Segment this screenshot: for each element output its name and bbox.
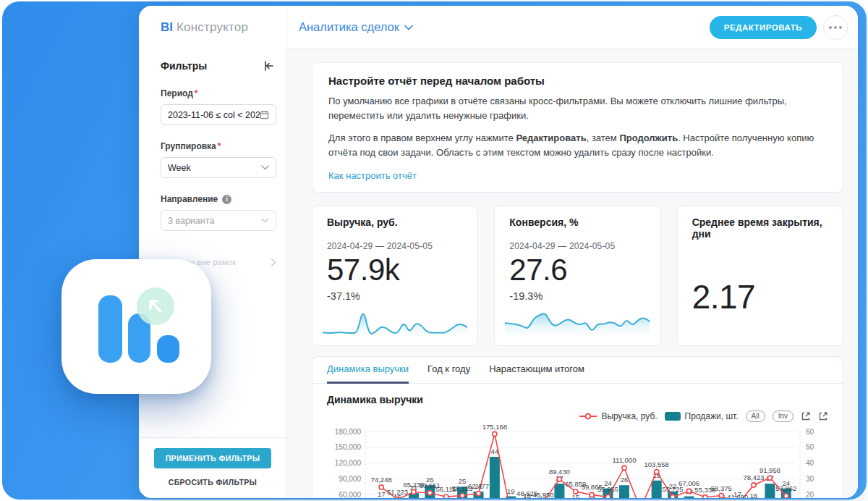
revenue-point[interactable] xyxy=(427,490,432,494)
revenue-point[interactable] xyxy=(460,493,464,497)
kpi-value: 27.6 xyxy=(509,253,645,287)
sales-bar[interactable] xyxy=(490,456,500,498)
sidebar-footer: ПРИМЕНИТЬ ФИЛЬТРЫ СБРОСИТЬ ФИЛЬТРЫ xyxy=(139,437,286,498)
revenue-point[interactable] xyxy=(605,494,610,498)
svg-text:103,558: 103,558 xyxy=(644,460,669,468)
how-to-configure-link[interactable]: Как настроить отчёт xyxy=(328,170,417,181)
kpi-title: Конверсия, % xyxy=(509,216,645,228)
dashboard-content: Настройте отчёт перед началом работы По … xyxy=(287,49,858,498)
svg-text:90,000: 90,000 xyxy=(339,475,361,483)
svg-text:180,000: 180,000 xyxy=(335,427,362,435)
kpi-title: Среднее время закрытия, дни xyxy=(692,216,828,240)
revenue-point[interactable] xyxy=(655,469,659,473)
revenue-point[interactable] xyxy=(557,476,561,481)
chart-svg: 30,00060,00090,000120,000150,000180,0000… xyxy=(327,424,830,498)
svg-text:45,950: 45,950 xyxy=(533,490,554,498)
collapse-sidebar-icon[interactable] xyxy=(263,59,276,72)
notice-paragraph-2: Для этого в правом верхнем углу нажмите … xyxy=(328,131,827,160)
revenue-point[interactable] xyxy=(412,489,416,494)
reset-filters-button[interactable]: СБРОСИТЬ ФИЛЬТРЫ xyxy=(139,478,286,487)
revenue-point[interactable] xyxy=(767,476,772,480)
setup-notice-card: Настройте отчёт перед началом работы По … xyxy=(312,62,843,193)
svg-text:60,000: 60,000 xyxy=(339,490,361,498)
logo-bi: BI xyxy=(161,20,173,35)
tab-cumulative-total[interactable]: Нарастающим итогом xyxy=(489,357,584,384)
svg-text:20: 20 xyxy=(806,490,814,498)
svg-text:26: 26 xyxy=(621,476,629,484)
legend-all-button[interactable]: All xyxy=(746,411,765,422)
svg-text:33,445: 33,445 xyxy=(630,497,651,498)
chevron-down-icon xyxy=(404,25,413,30)
revenue-point[interactable] xyxy=(719,493,723,497)
legend-revenue[interactable]: Выручка, руб. xyxy=(579,411,657,421)
tab-revenue-dynamics[interactable]: Динамика выручки xyxy=(327,357,409,384)
kpi-title: Выручка, руб. xyxy=(327,216,463,228)
svg-text:60: 60 xyxy=(806,427,814,435)
kpi-card-conversion: Конверсия, % 2024-04-29 — 2024-05-05 27.… xyxy=(494,206,660,346)
report-title-dropdown[interactable]: Аналитика сделок xyxy=(299,20,413,34)
revenue-point[interactable] xyxy=(379,484,383,489)
revenue-point[interactable] xyxy=(444,494,448,498)
report-title: Аналитика сделок xyxy=(299,20,399,34)
svg-text:41,690: 41,690 xyxy=(727,492,748,498)
svg-text:40: 40 xyxy=(806,459,814,467)
required-marker: * xyxy=(195,88,198,98)
svg-text:91,958: 91,958 xyxy=(760,466,780,474)
revenue-point[interactable] xyxy=(574,489,578,494)
tab-year-over-year[interactable]: Год к году xyxy=(427,357,470,384)
legend-inv-button[interactable]: Inv xyxy=(773,411,793,422)
revenue-point[interactable] xyxy=(476,491,480,495)
bar-chart-icon xyxy=(61,259,211,394)
svg-text:62,477: 62,477 xyxy=(468,481,489,489)
svg-text:55,955: 55,955 xyxy=(597,485,618,493)
field-period: Период* xyxy=(139,88,286,125)
notice-title: Настройте отчёт перед началом работы xyxy=(328,75,827,87)
grouping-select[interactable]: Week xyxy=(161,157,276,178)
svg-text:150,000: 150,000 xyxy=(335,443,362,451)
more-options-button[interactable] xyxy=(823,15,848,40)
svg-text:57,862: 57,862 xyxy=(775,484,796,492)
sparkline-svg xyxy=(505,300,650,340)
direction-select[interactable]: 3 варианта xyxy=(161,210,276,231)
kpi-value: 57.9k xyxy=(327,253,463,287)
zoom-reset-icon[interactable] xyxy=(818,411,828,421)
sales-bar[interactable] xyxy=(619,485,629,498)
legend-sales[interactable]: Продажи, шт. xyxy=(665,411,739,421)
sales-bar[interactable] xyxy=(765,484,775,498)
edit-button[interactable]: РЕДАКТИРОВАТЬ xyxy=(710,16,817,39)
app-window: BI Конструктор Фильтры Период* Группиров… xyxy=(139,6,858,498)
revenue-point[interactable] xyxy=(590,492,594,497)
info-icon[interactable]: i xyxy=(222,195,231,204)
zoom-select-icon[interactable] xyxy=(801,411,811,421)
sales-bar[interactable] xyxy=(554,484,564,498)
period-input[interactable] xyxy=(168,110,260,120)
sales-bar[interactable] xyxy=(684,496,694,498)
direction-label: Направление xyxy=(161,194,218,204)
svg-text:17: 17 xyxy=(378,489,386,497)
revenue-point[interactable] xyxy=(622,466,626,470)
apply-filters-button[interactable]: ПРИМЕНИТЬ ФИЛЬТРЫ xyxy=(154,448,272,468)
chevron-right-icon xyxy=(271,258,276,267)
line-marker-icon xyxy=(579,413,597,420)
chart-title: Динамика выручки xyxy=(327,394,828,410)
calendar-icon[interactable] xyxy=(260,110,269,119)
revenue-point[interactable] xyxy=(784,493,788,497)
period-label: Период xyxy=(161,88,193,98)
sales-bar[interactable] xyxy=(652,480,662,498)
period-input-wrap xyxy=(161,104,276,125)
revenue-point[interactable] xyxy=(752,482,756,487)
revenue-point[interactable] xyxy=(703,494,707,498)
notice-paragraph-1: По умолчанию все графики в отчёте связан… xyxy=(328,94,827,123)
svg-text:16: 16 xyxy=(750,492,758,498)
app-logo: BI Конструктор xyxy=(139,6,286,49)
svg-text:78,423: 78,423 xyxy=(744,473,765,481)
chevron-down-icon xyxy=(261,218,269,223)
revenue-point[interactable] xyxy=(395,497,399,498)
grouping-label: Группировка xyxy=(161,141,216,151)
revenue-point[interactable] xyxy=(493,431,497,436)
revenue-point[interactable] xyxy=(671,494,675,498)
revenue-point[interactable] xyxy=(686,489,691,493)
svg-text:19: 19 xyxy=(507,487,515,494)
chart-tabs: Динамика выручки Год к году Нарастающим … xyxy=(312,357,843,384)
revenue-dynamics-card: Динамика выручки Год к году Нарастающим … xyxy=(312,356,843,498)
